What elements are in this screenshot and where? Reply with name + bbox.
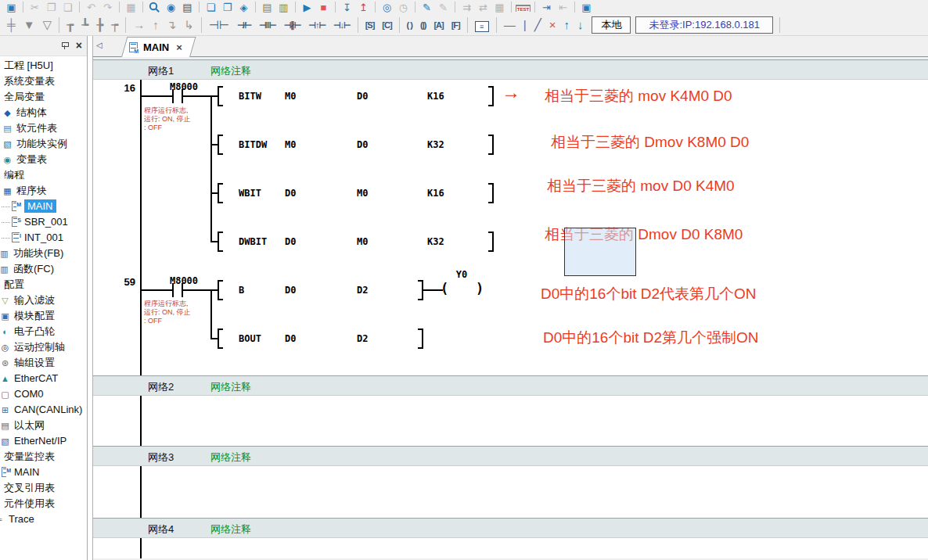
instruction[interactable]: BOUT (239, 333, 261, 344)
set-coil-icon[interactable]: [S] (361, 15, 379, 35)
network-name[interactable]: 网络1 (148, 64, 174, 78)
operand[interactable]: M0 (285, 139, 296, 150)
instruction[interactable]: BITDW (239, 139, 267, 150)
paste-icon[interactable]: ❑ (59, 1, 76, 14)
cut-icon[interactable]: ✂ (27, 1, 43, 14)
sidebar-item-程序块[interactable]: ▦程序块 (2, 183, 87, 199)
operand[interactable]: K16 (427, 188, 444, 199)
network-comment[interactable]: 网络注释 (210, 522, 251, 537)
test-mode-icon[interactable]: TEST (515, 1, 531, 14)
sidebar-item-函数(FC)[interactable]: ▥函数(FC) (0, 261, 87, 277)
parallel-no-contact-icon[interactable]: ⊣‖⊢ (255, 15, 280, 35)
sidebar-item-MAIN[interactable]: MMAIN (2, 199, 87, 214)
insert-cell-icon[interactable]: ╪ (3, 15, 20, 35)
selection-box[interactable] (564, 228, 636, 276)
operand[interactable]: D0 (285, 188, 296, 199)
logout-icon[interactable]: ⇤ (555, 1, 571, 14)
window-monitor-icon[interactable]: ◈ (236, 1, 252, 14)
sidebar-item-全局变量[interactable]: ▤全局变量 (0, 89, 87, 105)
sidebar-item-配置[interactable]: ▣配置 (0, 277, 87, 293)
branch-append-icon[interactable]: ┺ (77, 15, 92, 35)
annotation[interactable]: D0中的16个bit D2代表第几个ON (541, 284, 757, 304)
network-header-1[interactable]: 网络1 网络注释 (93, 59, 928, 80)
sidebar-item-输入滤波[interactable]: ▽输入滤波 (0, 293, 87, 308)
delete-line-icon[interactable]: × (545, 15, 560, 35)
sidebar-item-编程[interactable]: ▥编程 (0, 167, 87, 183)
v-line-icon[interactable]: | (520, 15, 531, 35)
operand[interactable]: D0 (285, 333, 296, 344)
local-connection-button[interactable]: 本地 (592, 16, 631, 34)
sidebar-item-软元件表[interactable]: ▤软元件表 (2, 120, 87, 136)
window-export-icon[interactable]: ❐ (219, 1, 236, 14)
falling-contact-icon[interactable]: ⊣↓⊢ (329, 15, 354, 35)
network-comment[interactable]: 网络注释 (210, 64, 251, 78)
tab-main[interactable]: MMAIN× (121, 37, 190, 57)
red-arrow[interactable]: → (502, 83, 520, 102)
login-status-button[interactable]: 未登录:IP:192.168.0.181 (635, 16, 773, 34)
operand[interactable]: M0 (357, 188, 368, 199)
sidebar-item-CAN(CANLink)[interactable]: ⊞CAN(CANLink) (0, 402, 87, 418)
operand[interactable]: K32 (427, 236, 444, 247)
sidebar-item-变量表[interactable]: ◉变量表 (2, 152, 87, 167)
network-header-3[interactable]: 网络3 网络注释 (93, 446, 928, 466)
coil-label[interactable]: Y0 (440, 269, 484, 280)
operand[interactable]: D0 (357, 139, 368, 150)
arrow-right-icon[interactable]: → (129, 15, 149, 35)
operand[interactable]: D0 (285, 236, 296, 247)
operand[interactable]: D0 (285, 285, 296, 296)
sidebar-item-系统变量表[interactable]: ▤系统变量表 (0, 74, 87, 89)
branch-delete-icon[interactable]: ┮ (107, 15, 122, 35)
pin-icon[interactable] (61, 42, 68, 49)
edit-icon[interactable]: ✎ (419, 1, 435, 14)
reset-coil-icon[interactable]: [C] (378, 15, 395, 35)
sidebar-item-INT_001[interactable]: IINT_001 (2, 230, 87, 246)
network-comment[interactable]: 网络注释 (210, 451, 251, 465)
network-3-canvas[interactable] (93, 466, 928, 518)
sidebar-item-轴组设置[interactable]: ⊛轴组设置 (0, 355, 87, 371)
tab-scroll-left-icon[interactable]: ◁ (96, 41, 103, 49)
network-header-2[interactable]: 网络2 网络注释 (93, 375, 928, 396)
func-instr-icon[interactable]: [F] (448, 15, 464, 35)
sidebar-item-功能块实例[interactable]: ▧功能块实例 (2, 136, 87, 152)
operand[interactable]: M0 (285, 91, 296, 102)
delete-icon[interactable]: ▦ (123, 1, 139, 14)
device-panel-icon[interactable]: ▣ (578, 1, 595, 14)
network-1-canvas[interactable]: 16 M8000 程序运行标志, 运行: ON, 停止 : OFF BITW M… (93, 80, 928, 375)
sidebar-item-以太网[interactable]: ▤以太网 (0, 418, 87, 433)
copy-icon[interactable]: ❐ (43, 1, 59, 14)
compare-icon[interactable]: ⇄ (475, 1, 491, 14)
network-name[interactable]: 网络2 (148, 380, 174, 394)
sidebar-item-EtherNet/IP[interactable]: ▧EtherNet/IP (0, 433, 87, 449)
clear-icon[interactable]: ▦ (491, 1, 508, 14)
upload-plc-icon[interactable]: ↥ (355, 1, 372, 14)
annotation[interactable]: 相当于三菱的 mov D0 K4M0 (547, 176, 735, 196)
annotation[interactable]: 相当于三菱的 Dmov K8M0 D0 (551, 132, 749, 153)
window-cascade-icon[interactable]: ❏ (203, 1, 219, 14)
download-plc-icon[interactable]: ↧ (339, 1, 355, 14)
instruction[interactable]: WBIT (239, 188, 261, 199)
coil-paren[interactable]: ) (476, 281, 484, 296)
login-icon[interactable]: ⇥ (538, 1, 555, 14)
sidebar-item-工程 [H5U][interactable]: ▣工程 [H5U] (0, 58, 87, 74)
app-instr-icon[interactable]: [A] (430, 15, 447, 35)
clock-icon[interactable]: ◷ (395, 1, 412, 14)
delete-row-icon[interactable]: ▽ (39, 15, 56, 35)
instruction[interactable]: DWBIT (239, 236, 267, 247)
network-4-canvas[interactable] (93, 538, 928, 558)
rising-contact-icon[interactable]: ⊣↑⊢ (304, 15, 329, 35)
sidebar-item-EtherCAT[interactable]: ▲EtherCAT (0, 371, 87, 386)
insert-row-icon[interactable]: ▼ (20, 15, 39, 35)
network-name[interactable]: 网络3 (148, 451, 174, 465)
corner-down-icon[interactable]: ↴ (163, 15, 181, 35)
print-icon[interactable]: ▤ (179, 1, 196, 14)
watch-eye-icon[interactable]: ◉ (163, 1, 179, 14)
network-2-canvas[interactable] (93, 396, 928, 446)
network-header-4[interactable]: 网络4 网络注释 (93, 518, 928, 538)
operand[interactable]: D0 (357, 91, 368, 102)
sidebar-item-模块配置[interactable]: ▣模块配置 (0, 308, 87, 324)
parallel-nc-contact-icon[interactable]: ⊣∦⊢ (280, 15, 305, 35)
undo-icon[interactable]: ↶ (83, 1, 99, 14)
nc-contact-icon[interactable]: ⊣∕⊢ (233, 15, 255, 35)
close-icon[interactable]: × (76, 39, 82, 52)
sidebar-item-变量监控表[interactable]: ▤变量监控表 (0, 449, 87, 465)
